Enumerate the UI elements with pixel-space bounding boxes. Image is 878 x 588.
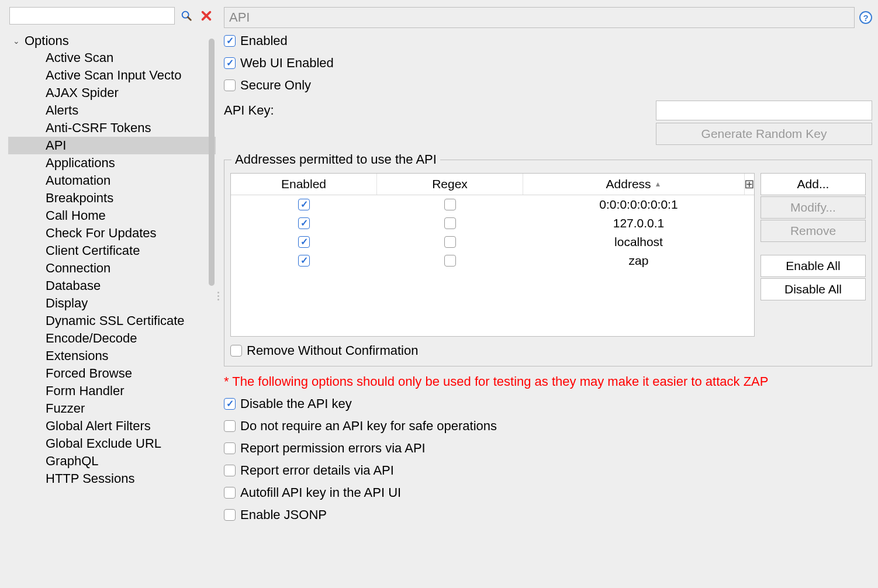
help-icon[interactable]: ? — [859, 11, 872, 24]
row-enabled-checkbox[interactable] — [298, 199, 310, 210]
report-permission-errors-checkbox[interactable] — [224, 442, 236, 454]
tree-item[interactable]: Anti-CSRF Tokens — [8, 119, 216, 137]
tree-item[interactable]: Database — [8, 277, 216, 295]
sort-asc-icon: ▲ — [655, 180, 662, 188]
tree-item[interactable]: Call Home — [8, 207, 216, 224]
api-key-input[interactable] — [656, 101, 872, 120]
disable-all-button[interactable]: Disable All — [761, 278, 866, 300]
tree-item[interactable]: Display — [8, 295, 216, 312]
options-content-panel: API ? Enabled Web UI Enabled Secure Only… — [216, 4, 878, 588]
add-button[interactable]: Add... — [761, 173, 866, 195]
remove-without-confirmation-checkbox[interactable] — [230, 345, 242, 357]
report-permission-errors-label: Report permission errors via API — [240, 441, 426, 456]
col-header-enabled[interactable]: Enabled — [231, 174, 377, 195]
row-regex-checkbox[interactable] — [444, 255, 456, 267]
row-regex-checkbox[interactable] — [444, 217, 456, 229]
report-error-details-checkbox[interactable] — [224, 465, 236, 476]
tree-item[interactable]: GraphQL — [8, 452, 216, 470]
row-enabled-checkbox[interactable] — [298, 236, 310, 248]
tree-item[interactable]: Client Certificate — [8, 242, 216, 260]
enabled-label: Enabled — [240, 33, 288, 49]
tree-item[interactable]: Active Scan — [8, 49, 216, 67]
row-address-value: 127.0.0.1 — [523, 214, 754, 233]
col-header-regex[interactable]: Regex — [377, 174, 523, 195]
tree-item[interactable]: Connection — [8, 260, 216, 277]
secure-only-checkbox[interactable] — [224, 79, 236, 91]
generate-random-key-button[interactable]: Generate Random Key — [656, 123, 872, 145]
tree-item[interactable]: Alerts — [8, 102, 216, 119]
tree-item[interactable]: Form Handler — [8, 382, 216, 400]
tree-item[interactable]: Global Alert Filters — [8, 417, 216, 435]
no-key-safe-label: Do not require an API key for safe opera… — [240, 418, 497, 434]
row-regex-checkbox[interactable] — [444, 199, 456, 210]
addresses-legend: Addresses permitted to use the API — [231, 152, 440, 167]
tree-item[interactable]: Active Scan Input Vecto — [8, 67, 216, 84]
no-key-safe-checkbox[interactable] — [224, 420, 236, 432]
report-error-details-label: Report error details via API — [240, 463, 394, 478]
tree-item[interactable]: Check For Updates — [8, 224, 216, 242]
webui-enabled-label: Web UI Enabled — [240, 56, 334, 71]
table-row[interactable]: localhost — [231, 233, 754, 251]
enabled-checkbox[interactable] — [224, 35, 236, 47]
warning-text: * The following options should only be u… — [224, 373, 872, 390]
tree-item[interactable]: AJAX Spider — [8, 84, 216, 102]
table-row[interactable]: 0:0:0:0:0:0:0:1 — [231, 195, 754, 214]
search-icon[interactable] — [178, 8, 195, 24]
addresses-table: Enabled Regex Address ▲ ⊞ 0:0:0:0:0:0:0:… — [230, 173, 755, 337]
remove-without-confirmation-label: Remove Without Confirmation — [247, 343, 418, 358]
enable-all-button[interactable]: Enable All — [761, 255, 866, 277]
tree-root-options[interactable]: ⌄ Options — [8, 33, 216, 49]
tree-item[interactable]: Applications — [8, 154, 216, 172]
tree-item[interactable]: Extensions — [8, 347, 216, 365]
table-options-icon[interactable]: ⊞ — [745, 174, 754, 195]
modify-button[interactable]: Modify... — [761, 196, 866, 219]
row-enabled-checkbox[interactable] — [298, 217, 310, 229]
tree-item[interactable]: API — [8, 137, 216, 154]
tree-root-label: Options — [25, 34, 69, 47]
sidebar-scrollbar[interactable] — [208, 39, 216, 588]
tree-item[interactable]: Encode/Decode — [8, 330, 216, 347]
tree-item[interactable]: Forced Browse — [8, 365, 216, 382]
webui-enabled-checkbox[interactable] — [224, 57, 236, 69]
row-address-value: 0:0:0:0:0:0:0:1 — [523, 195, 754, 214]
tree-item[interactable]: HTTP Sessions — [8, 470, 216, 487]
table-row[interactable]: zap — [231, 251, 754, 270]
addresses-fieldset: Addresses permitted to use the API Enabl… — [224, 152, 872, 366]
autofill-api-key-checkbox[interactable] — [224, 487, 236, 499]
api-key-label: API Key: — [224, 101, 274, 118]
autofill-api-key-label: Autofill API key in the API UI — [240, 485, 401, 500]
enable-jsonp-checkbox[interactable] — [224, 509, 236, 521]
disable-api-key-label: Disable the API key — [240, 396, 352, 411]
tree-item[interactable]: Breakpoints — [8, 189, 216, 207]
panel-title: API — [224, 7, 855, 28]
svg-line-1 — [188, 17, 191, 20]
table-row[interactable]: 127.0.0.1 — [231, 214, 754, 233]
row-address-value: localhost — [523, 233, 754, 251]
clear-icon[interactable] — [198, 8, 215, 24]
options-sidebar: ⌄ Options Active ScanActive Scan Input V… — [8, 4, 216, 588]
col-header-address[interactable]: Address ▲ — [523, 174, 745, 195]
tree-item[interactable]: Fuzzer — [8, 400, 216, 417]
options-search-input[interactable] — [9, 7, 175, 25]
secure-only-label: Secure Only — [240, 78, 311, 93]
chevron-down-icon: ⌄ — [13, 37, 21, 45]
tree-item[interactable]: Global Exclude URL — [8, 435, 216, 452]
options-tree: ⌄ Options Active ScanActive Scan Input V… — [8, 28, 216, 588]
row-enabled-checkbox[interactable] — [298, 255, 310, 267]
disable-api-key-checkbox[interactable] — [224, 398, 236, 410]
enable-jsonp-label: Enable JSONP — [240, 507, 327, 523]
tree-item[interactable]: Automation — [8, 172, 216, 189]
row-regex-checkbox[interactable] — [444, 236, 456, 248]
tree-item[interactable]: Dynamic SSL Certificate — [8, 312, 216, 330]
row-address-value: zap — [523, 251, 754, 270]
remove-button[interactable]: Remove — [761, 220, 866, 242]
